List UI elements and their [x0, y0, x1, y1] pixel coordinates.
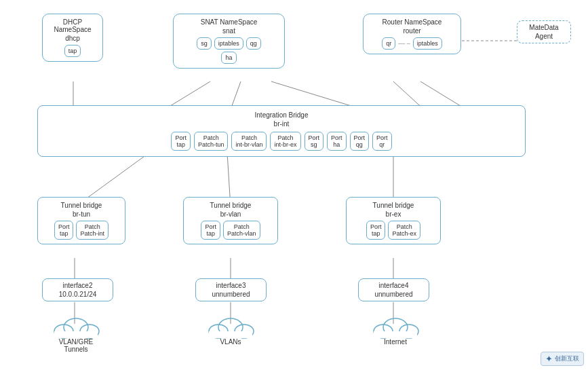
dhcp-tap-port: tap — [64, 45, 81, 57]
tun-bridge-sublabel: br-tun — [43, 210, 119, 218]
ex-patch-ex: PatchPatch-ex — [388, 221, 420, 240]
cloud-vlans-label: VLANs — [197, 338, 264, 346]
router-namespace: Router NameSpace router qr –– – iptables — [363, 14, 461, 54]
interface3-box: interface3 unnumbered — [195, 278, 267, 301]
ex-bridge-label: Tunnel bridge — [352, 202, 435, 209]
int-patch-vlan: Patchint-br-vlan — [231, 132, 267, 151]
router-namespace-label: Router NameSpace — [369, 18, 455, 26]
interface4-box: interface4 unnumbered — [358, 278, 429, 301]
watermark: ✦ 创新互联 — [541, 352, 584, 366]
interface3-label: interface3 — [200, 282, 262, 289]
int-port-sg: Portsg — [305, 132, 324, 151]
int-patch-ex: Patchint-br-ex — [270, 132, 300, 151]
router-namespace-sublabel: router — [369, 27, 455, 35]
cloud-vlan-gre-label: VLAN/GRETunnels — [35, 338, 117, 353]
int-port-ha: Portha — [327, 132, 347, 151]
watermark-text: 创新互联 — [555, 354, 579, 363]
watermark-icon: ✦ — [545, 354, 553, 364]
interface2-label: interface2 — [47, 282, 109, 289]
tun-bridge-label: Tunnel bridge — [43, 202, 119, 209]
interface2-sublabel: 10.0.0.21/24 — [47, 291, 109, 298]
snat-namespace-label: SNAT NameSpace — [179, 18, 279, 26]
cloud-vlans: VLANs — [197, 314, 264, 346]
interface2-box: interface2 10.0.0.21/24 — [42, 278, 113, 301]
tunnel-bridge-ex: Tunnel bridge br-ex Porttap PatchPatch-e… — [346, 197, 441, 244]
metadata-agent: MateData Agent — [517, 20, 571, 43]
integration-bridge: Integration Bridge br-int Porttap PatchP… — [37, 105, 526, 157]
vlan-bridge-label: Tunnel bridge — [189, 202, 272, 209]
vlan-bridge-sublabel: br-vlan — [189, 210, 272, 218]
metadata-label: MateData — [522, 24, 566, 31]
cloud-internet-label: Internet — [358, 338, 433, 346]
int-port-qr: Portqr — [372, 132, 392, 151]
tunnel-bridge-tun: Tunnel bridge br-tun Porttap PatchPatch-… — [37, 197, 125, 244]
interface4-sublabel: unnumbered — [363, 291, 425, 298]
ex-bridge-sublabel: br-ex — [352, 210, 435, 218]
snat-namespace-sublabel: snat — [179, 27, 279, 35]
tunnel-bridge-vlan: Tunnel bridge br-vlan Porttap PatchPatch… — [183, 197, 278, 244]
dhcp-namespace: DHCP NameSpace dhcp tap — [42, 14, 103, 62]
ex-port-tap: Porttap — [366, 221, 386, 240]
svg-rect-23 — [209, 331, 252, 338]
int-bridge-label: Integration Bridge — [45, 111, 518, 119]
interface3-sublabel: unnumbered — [200, 291, 262, 298]
snat-namespace: SNAT NameSpace snat sg iptables qg ha — [173, 14, 285, 69]
snat-iptables: iptables — [214, 37, 243, 50]
vlan-patch-vlan: PatchPatch-vlan — [223, 221, 260, 240]
tun-port-tap: Porttap — [54, 221, 74, 240]
snat-qg: qg — [246, 37, 261, 50]
dhcp-namespace-label: DHCP NameSpace — [48, 18, 97, 33]
int-bridge-sublabel: br-int — [45, 120, 518, 128]
vlan-port-tap: Porttap — [201, 221, 220, 240]
int-patch-tun: PatchPatch-tun — [194, 132, 229, 151]
svg-rect-19 — [54, 331, 98, 338]
cloud-vlan-gre: VLAN/GRETunnels — [35, 314, 117, 353]
dhcp-namespace-sublabel: dhcp — [48, 35, 97, 42]
int-port-tap: Porttap — [171, 132, 191, 151]
snat-sg: sg — [197, 37, 212, 50]
network-diagram: DHCP NameSpace dhcp tap SNAT NameSpace s… — [0, 0, 588, 370]
router-qr: qr — [382, 37, 395, 50]
router-iptables: iptables — [413, 37, 442, 50]
interface4-label: interface4 — [363, 282, 425, 289]
snat-ha: ha — [221, 52, 236, 64]
metadata-sublabel: Agent — [522, 33, 566, 40]
int-port-qg: Portqg — [350, 132, 370, 151]
svg-rect-27 — [374, 331, 417, 338]
cloud-internet: Internet — [358, 314, 433, 346]
tun-patch-int: PatchPatch-int — [76, 221, 109, 240]
